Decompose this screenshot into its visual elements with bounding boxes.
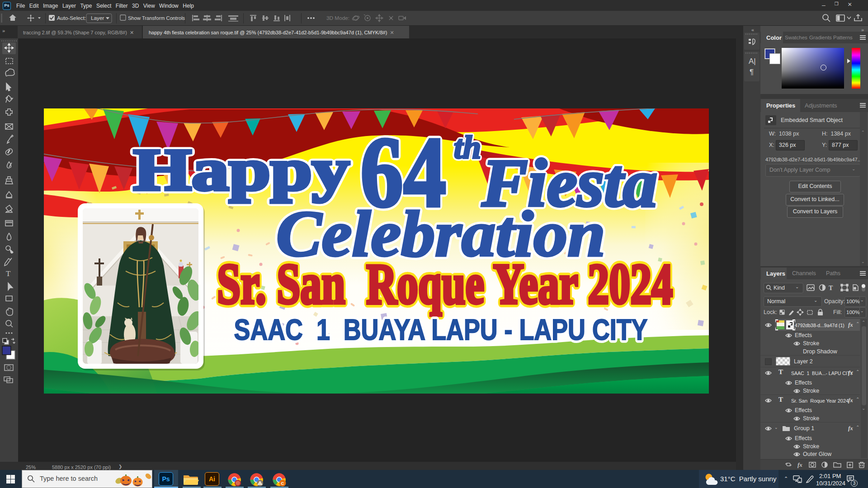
svg-text:fx: fx	[797, 461, 802, 468]
svg-text:T: T	[6, 269, 11, 278]
svg-text:Happy: Happy	[133, 136, 349, 203]
svg-text:T: T	[829, 285, 833, 291]
svg-text:th: th	[454, 129, 481, 165]
svg-text:Sr. San Roque Year 2024: Sr. San Roque Year 2024	[217, 253, 673, 315]
svg-text:C: C	[281, 481, 284, 486]
svg-text:Show Transform Controls: Show Transform Controls	[128, 15, 185, 21]
svg-text:3D Mode:: 3D Mode:	[326, 15, 349, 21]
svg-text:Auto-Select:: Auto-Select:	[57, 15, 86, 21]
svg-text:SAAC 1 BUAYA LAPU - LAPU CIT: SAAC 1 BUAYA LAPU - LAPU CITY	[234, 314, 648, 346]
svg-text:Layer: Layer	[91, 15, 104, 21]
